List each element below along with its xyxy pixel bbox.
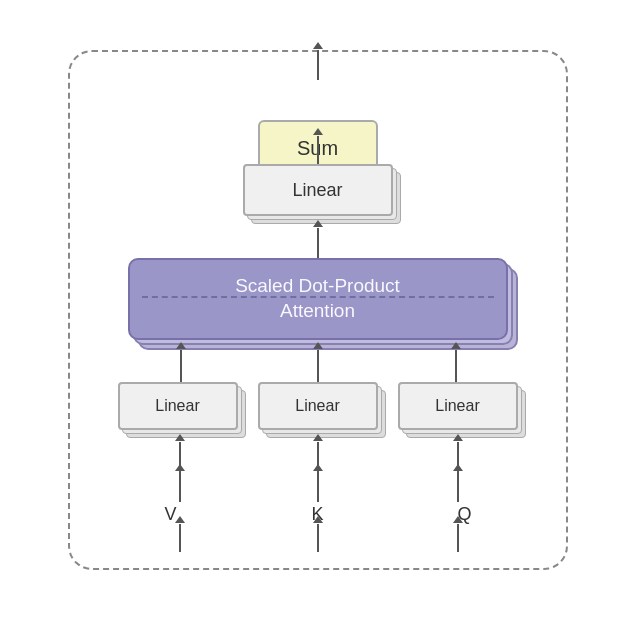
sdpa-to-linear-arrow: [317, 228, 319, 258]
top-output-arrow: [317, 50, 319, 80]
below-k-arrow: [317, 524, 319, 552]
linear-top-front: Linear: [243, 164, 393, 216]
linear-q-stack: Linear: [398, 382, 518, 442]
linear-q-front: Linear: [398, 382, 518, 430]
linear-top-stack: Linear: [243, 164, 393, 228]
sdpa-to-linear-k-arrow: [317, 350, 319, 382]
sdpa-to-linear-v-arrow: [180, 350, 182, 382]
linear-k-label: Linear: [295, 397, 339, 415]
linear-k-stack: Linear: [258, 382, 378, 442]
input-k-arrow-ext: [317, 472, 319, 502]
linear-to-sum-arrow: [317, 136, 319, 164]
input-q-arrow-ext: [457, 472, 459, 502]
linear-v-label: Linear: [155, 397, 199, 415]
below-v-arrow: [179, 524, 181, 552]
sdpa-label: Scaled Dot-ProductAttention: [235, 274, 400, 323]
sdpa-front: Scaled Dot-ProductAttention: [128, 258, 508, 340]
below-q-arrow: [457, 524, 459, 552]
linear-q-label: Linear: [435, 397, 479, 415]
linear-k-front: Linear: [258, 382, 378, 430]
input-v-arrow-ext: [179, 472, 181, 502]
diagram-container: Sum Linear Scaled Dot-ProductAttention: [38, 20, 598, 620]
linear-top-label: Linear: [292, 180, 342, 201]
linear-v-stack: Linear: [118, 382, 238, 442]
sdpa-to-linear-q-arrow: [455, 350, 457, 382]
linear-v-front: Linear: [118, 382, 238, 430]
